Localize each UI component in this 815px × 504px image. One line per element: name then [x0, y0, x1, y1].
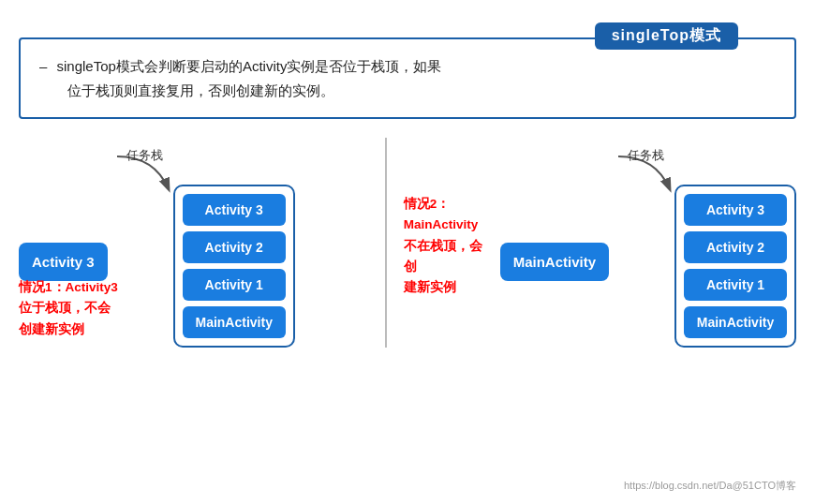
case2-stack-box: Activity 3 Activity 2 Activity 1 MainAct… — [674, 185, 796, 348]
case2-desc3: 不在栈顶，会创 — [404, 236, 493, 278]
case2-desc1: 情况2： — [404, 194, 493, 215]
mode-title-badge: singleTop模式 — [595, 22, 738, 50]
case1-desc1: 情况1：Activity3 — [19, 277, 118, 298]
dash: – — [39, 58, 47, 74]
case2-floating-activity: MainActivity — [500, 243, 609, 281]
case1-stack-item-main: MainActivity — [183, 306, 286, 338]
case2-stack-label: 任务栈 — [628, 147, 664, 164]
case2-stack-item-2: Activity 2 — [684, 231, 787, 263]
description: – singleTop模式会判断要启动的Activity实例是否位于栈顶，如果 … — [39, 54, 776, 102]
case1-stack-box: Activity 3 Activity 2 Activity 1 MainAct… — [173, 185, 295, 348]
case2-stack-item-1: Activity 1 — [684, 269, 787, 301]
watermark: https://blog.csdn.net/Da@51CTO博客 — [624, 479, 796, 493]
bottom-section: Activity 3 任务栈 — [19, 138, 796, 348]
case-divider — [385, 138, 387, 348]
case2-stack-item-main: MainActivity — [684, 306, 787, 338]
case2-stack-column: Activity 3 Activity 2 Activity 1 MainAct… — [674, 185, 796, 348]
case1-stack-item-3: Activity 3 — [183, 194, 286, 226]
top-section: singleTop模式 – singleTop模式会判断要启动的Activity… — [19, 37, 796, 119]
page-wrapper: singleTop模式 – singleTop模式会判断要启动的Activity… — [0, 0, 815, 504]
description-line2: 位于栈顶则直接复用，否则创建新的实例。 — [67, 82, 334, 98]
case1-description: 情况1：Activity3 位于栈顶，不会 创建新实例 — [19, 277, 118, 340]
case2-stack-item-3: Activity 3 — [684, 194, 787, 226]
case1-wrapper: Activity 3 任务栈 — [19, 138, 378, 348]
case1-floating-activity: Activity 3 — [19, 243, 108, 281]
case1-desc2: 位于栈顶，不会 — [19, 298, 118, 319]
case1-desc3: 创建新实例 — [19, 319, 118, 340]
case1-stack-label: 任务栈 — [126, 147, 163, 164]
case2-desc4: 建新实例 — [404, 277, 493, 298]
case1-stack-item-2: Activity 2 — [183, 231, 286, 263]
description-line1: singleTop模式会判断要启动的Activity实例是否位于栈顶，如果 — [57, 58, 442, 74]
case2-desc2: MainActivity — [404, 215, 493, 235]
case1-stack-item-1: Activity 1 — [183, 269, 286, 301]
case2-wrapper: 情况2： MainActivity 不在栈顶，会创 建新实例 MainActiv… — [394, 138, 796, 348]
case1-stack-column: Activity 3 Activity 2 Activity 1 MainAct… — [173, 185, 295, 348]
